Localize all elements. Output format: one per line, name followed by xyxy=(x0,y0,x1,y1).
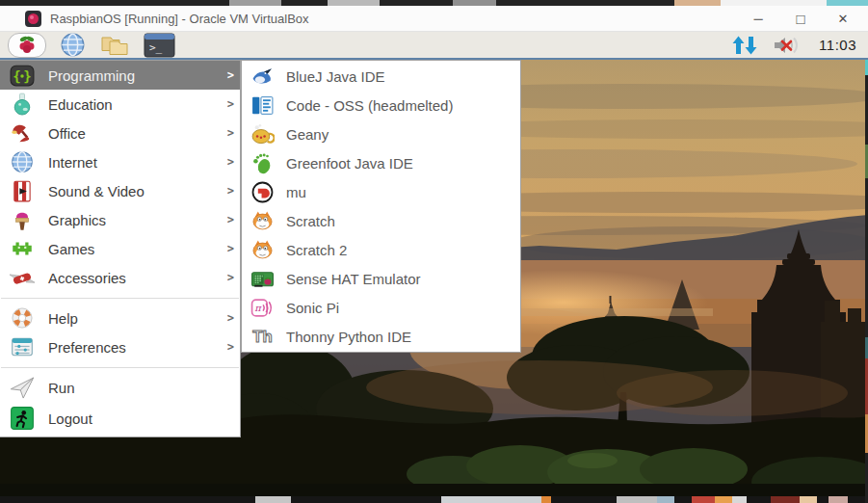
menu-item-games[interactable]: Games > xyxy=(0,234,240,263)
submenu-item-label: mu xyxy=(286,184,306,200)
mu-icon xyxy=(250,179,275,204)
menu-item-label: Games xyxy=(48,241,227,257)
games-icon xyxy=(9,235,36,262)
maximize-button[interactable]: □ xyxy=(779,6,822,32)
thonny-icon: Th xyxy=(250,324,275,349)
submenu-item-label: Scratch xyxy=(286,213,335,229)
submenu-item-geany[interactable]: Geany xyxy=(242,119,520,148)
svg-text:}: } xyxy=(23,68,31,84)
submenu-item-scratch2[interactable]: Scratch 2 xyxy=(242,235,520,264)
svg-text:Th: Th xyxy=(252,328,272,346)
svg-text:>_: >_ xyxy=(149,41,163,54)
menu-item-office[interactable]: Office > xyxy=(0,119,240,147)
menu-item-label: Internet xyxy=(48,154,227,171)
menu-item-label: Sound & Video xyxy=(48,183,227,199)
submenu-item-sonic-pi[interactable]: π Sonic Pi xyxy=(242,293,520,322)
accessories-icon xyxy=(9,264,36,291)
menu-item-label: Preferences xyxy=(48,339,227,356)
chevron-right-icon: > xyxy=(227,155,234,169)
submenu-item-thonny[interactable]: Th Thonny Python IDE xyxy=(242,322,520,351)
svg-text:{: { xyxy=(13,68,20,84)
run-icon xyxy=(9,374,36,401)
submenu-item-label: Sense HAT Emulator xyxy=(286,271,421,287)
menu-item-education[interactable]: Education > xyxy=(0,90,240,119)
submenu-item-label: Greenfoot Java IDE xyxy=(286,155,413,172)
chevron-right-icon: > xyxy=(227,184,234,198)
clock[interactable]: 11:03 xyxy=(819,37,856,53)
internet-icon xyxy=(9,148,36,175)
logout-icon xyxy=(9,405,36,432)
terminal-icon: >_ xyxy=(144,33,175,58)
submenu-item-label: Scratch 2 xyxy=(286,242,347,258)
terminal-button[interactable]: >_ xyxy=(144,33,175,58)
menu-separator xyxy=(0,361,240,373)
up-down-arrows-icon[interactable] xyxy=(730,34,759,57)
menu-item-internet[interactable]: Internet > xyxy=(0,147,240,176)
raspberry-icon xyxy=(15,34,39,57)
menu-item-help[interactable]: Help > xyxy=(0,304,240,332)
education-icon xyxy=(9,91,36,118)
graphics-icon xyxy=(9,206,36,233)
programming-submenu: BlueJ Java IDE Code - OSS (headmelted) xyxy=(241,60,521,353)
menu-item-label: Programming xyxy=(48,67,227,84)
minimize-button[interactable]: ─ xyxy=(737,6,779,32)
applications-menu-button[interactable] xyxy=(8,33,46,58)
titlebar[interactable]: RaspbianOS [Running] - Oracle VM Virtual… xyxy=(0,6,868,32)
globe-icon xyxy=(60,32,86,58)
sound-video-icon xyxy=(9,177,36,204)
menu-item-preferences[interactable]: Preferences > xyxy=(0,332,240,361)
menu-item-logout[interactable]: Logout xyxy=(0,402,240,435)
submenu-item-greenfoot[interactable]: Greenfoot Java IDE xyxy=(242,148,520,177)
screen-artifact-bottom xyxy=(0,496,868,503)
menu-item-label: Accessories xyxy=(48,270,227,286)
menu-item-graphics[interactable]: Graphics > xyxy=(0,205,240,234)
preferences-icon xyxy=(9,333,36,360)
menu-item-programming[interactable]: { } Programming > xyxy=(0,61,240,90)
submenu-item-sense-hat[interactable]: Sense HAT Emulator xyxy=(242,264,520,293)
menu-item-sound-video[interactable]: Sound & Video > xyxy=(0,176,240,205)
menu-item-label: Office xyxy=(48,125,227,142)
menu-separator xyxy=(0,292,240,304)
sonic-pi-icon: π xyxy=(250,295,275,320)
file-manager-button[interactable] xyxy=(99,33,130,58)
volume-muted-icon[interactable] xyxy=(771,34,807,57)
submenu-item-code-oss[interactable]: Code - OSS (headmelted) xyxy=(242,91,520,119)
sense-hat-icon xyxy=(250,266,275,291)
virtualbox-window: RaspbianOS [Running] - Oracle VM Virtual… xyxy=(0,0,868,503)
submenu-item-bluej[interactable]: BlueJ Java IDE xyxy=(242,62,520,91)
menu-item-run[interactable]: Run xyxy=(0,373,240,402)
submenu-item-scratch[interactable]: Scratch xyxy=(242,206,520,235)
menu-item-label: Graphics xyxy=(48,212,227,228)
chevron-right-icon: > xyxy=(227,271,234,284)
menu-item-label: Education xyxy=(48,96,227,113)
menu-item-label: Run xyxy=(48,380,234,396)
web-browser-button[interactable] xyxy=(60,33,86,58)
scratch-icon xyxy=(250,208,275,233)
geany-icon xyxy=(250,121,275,146)
submenu-item-label: Geany xyxy=(286,126,329,143)
submenu-item-label: BlueJ Java IDE xyxy=(286,68,385,85)
screen-artifact-top xyxy=(0,0,868,6)
office-icon xyxy=(9,119,36,146)
applications-menu: { } Programming > Education > xyxy=(0,60,241,437)
programming-icon: { } xyxy=(9,62,36,89)
scratch2-icon xyxy=(250,237,275,262)
taskbar: >_ 11:03 xyxy=(0,32,868,60)
greenfoot-icon xyxy=(250,150,275,175)
folders-icon xyxy=(99,32,130,58)
window-title: RaspbianOS [Running] - Oracle VM Virtual… xyxy=(50,12,309,26)
chevron-right-icon: > xyxy=(227,213,234,226)
bluej-icon xyxy=(250,64,275,89)
chevron-right-icon: > xyxy=(227,97,234,111)
close-button[interactable]: ✕ xyxy=(822,6,864,32)
submenu-item-mu[interactable]: mu xyxy=(242,177,520,206)
chevron-right-icon: > xyxy=(227,340,234,354)
submenu-item-label: Sonic Pi xyxy=(286,300,339,316)
chevron-right-icon: > xyxy=(227,311,234,325)
chevron-right-icon: > xyxy=(227,126,234,140)
chevron-right-icon: > xyxy=(227,68,234,82)
chevron-right-icon: > xyxy=(227,242,234,255)
menu-item-label: Logout xyxy=(48,410,234,427)
help-icon xyxy=(9,304,36,331)
menu-item-accessories[interactable]: Accessories > xyxy=(0,263,240,292)
